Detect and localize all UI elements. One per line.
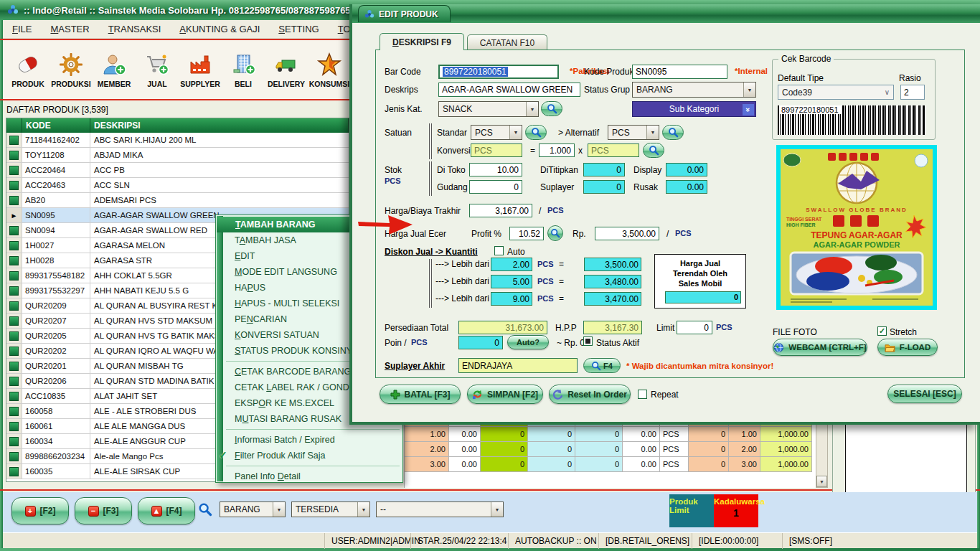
barcode-type-select[interactable]: Code39∨ xyxy=(778,85,894,100)
dropdown-arrow-icon[interactable]: ▼ xyxy=(526,102,538,116)
di-toko-input[interactable]: 10.00 xyxy=(469,163,522,176)
table-row[interactable]: ACC20464ACC PB xyxy=(6,163,349,178)
poin-field[interactable]: 0 xyxy=(458,336,503,349)
dropdown-arrow-icon[interactable]: ▼ xyxy=(357,502,369,517)
rasio-input[interactable]: 2 xyxy=(900,85,925,100)
stretch-checkbox[interactable]: ✓ xyxy=(877,326,887,336)
filter-stok-select[interactable]: TERSEDIA▼ xyxy=(291,501,370,517)
badge1-text: TINGGI SERAT xyxy=(786,217,822,222)
menubar-item-akunting-gaji[interactable]: AKUNTING & GAJI xyxy=(170,21,269,37)
search-icon xyxy=(668,127,679,138)
toolbar-beli-button[interactable]: BELI xyxy=(222,44,264,95)
filter-kategori-select[interactable]: --▼ xyxy=(376,501,504,517)
kode-produk-input[interactable]: SN0095 xyxy=(632,65,727,79)
dropdown-arrow-icon[interactable]: ▼ xyxy=(646,126,659,139)
rusak-field[interactable]: 0.00 xyxy=(666,180,707,194)
menu-separator xyxy=(226,429,400,430)
toolbar-konsumsi-button[interactable]: KONSUMSI xyxy=(308,44,350,95)
context-menu-item-informasi-batch-expired[interactable]: Informasi Batch / Expired xyxy=(216,432,402,448)
menubar-item-master[interactable]: MASTER xyxy=(41,21,98,37)
chevron-double-icon[interactable]: » xyxy=(743,104,754,116)
dropdown-arrow-icon[interactable]: ▼ xyxy=(743,83,755,97)
limit-input[interactable]: 0 xyxy=(677,321,712,334)
add-f2-button[interactable]: +[F2] xyxy=(11,497,69,524)
table-row[interactable]: 711844162402ABC SARI K.HIJAU 200 ML xyxy=(6,133,349,148)
dropdown-arrow-icon[interactable]: ▼ xyxy=(509,126,522,139)
profit-input[interactable]: 10.52 xyxy=(509,227,544,240)
harga-jual-input[interactable]: 3,500.00 xyxy=(595,227,659,240)
konversi-value-input[interactable]: 1.000 xyxy=(539,143,575,157)
toolbar-supplyer-button[interactable]: SUPPLYER xyxy=(179,44,221,95)
display-field[interactable]: 0.00 xyxy=(666,163,707,176)
dropdown-arrow-icon[interactable]: ▼ xyxy=(491,502,503,517)
toolbar-jual-button[interactable]: JUAL xyxy=(136,44,178,95)
bar-code-input[interactable]: 8997220180051 xyxy=(438,65,559,79)
menubar-item-setting[interactable]: SETTING xyxy=(269,21,328,37)
konversi-to-field[interactable]: PCS xyxy=(588,143,639,157)
jenis-kat-select[interactable]: SNACK▼ xyxy=(438,101,539,117)
status-aktif-checkbox[interactable] xyxy=(583,336,593,346)
diskon-qty-field[interactable]: 2.00 xyxy=(491,258,532,271)
unit-label: PCS xyxy=(537,277,554,286)
kadaluwarsa-indicator[interactable]: Kadaluwarsa 1 xyxy=(714,494,758,527)
menubar-item-transaksi[interactable]: TRANSAKSI xyxy=(99,21,171,37)
context-menu-item-filter-produk-aktif-saja[interactable]: ✓Filter Produk Aktif Saja xyxy=(216,448,402,463)
satuan-standar-select[interactable]: PCS▼ xyxy=(471,125,522,140)
suplayer-akhir-input[interactable]: ENDRAJAYA xyxy=(458,358,578,373)
batal-button[interactable]: BATAL [F3] xyxy=(380,385,461,404)
equals-label: = xyxy=(530,146,535,156)
f-load-button[interactable]: F-LOAD xyxy=(877,339,938,356)
standar-search-button[interactable] xyxy=(525,125,547,140)
toolbar-delivery-button[interactable]: DELIVERY xyxy=(265,44,307,95)
grid-scrollbar[interactable]: ▼ xyxy=(816,422,828,488)
table-row[interactable]: TOY11208ABJAD MIKA xyxy=(6,148,349,163)
statusbar-item: [IDLE:00:00:00] xyxy=(692,533,758,549)
auto-checkbox[interactable] xyxy=(494,246,504,255)
auto-poin-button[interactable]: Auto? xyxy=(507,335,549,349)
up-f4-button[interactable]: ▲[F4] xyxy=(138,497,195,524)
diskon-price-field[interactable]: 3,470.00 xyxy=(584,292,641,306)
header-kode[interactable]: KODE xyxy=(22,118,90,133)
satuan-alternatif-select[interactable]: PCS▼ xyxy=(608,125,659,140)
truck-icon xyxy=(273,52,299,77)
delete-f3-button[interactable]: −[F3] xyxy=(75,497,132,524)
profit-search-button[interactable] xyxy=(547,225,563,241)
harga-terendah-field[interactable]: 0 xyxy=(665,291,741,303)
tab-deskripsi[interactable]: DESKRIPSI F9 xyxy=(380,33,464,50)
toolbar-member-button[interactable]: MEMBER xyxy=(93,44,135,95)
dititipkan-field[interactable]: 0 xyxy=(583,163,625,176)
filter-grup-select[interactable]: BARANG▼ xyxy=(220,501,286,517)
toolbar-produksi-button[interactable]: PRODUKSI xyxy=(50,44,92,95)
tab-catatan[interactable]: CATATAN F10 xyxy=(467,34,547,50)
repeat-checkbox[interactable] xyxy=(638,390,647,399)
simpan-button[interactable]: SIMPAN [F2] xyxy=(467,385,543,404)
diskon-price-field[interactable]: 3,500.00 xyxy=(584,258,641,271)
diskon-price-field[interactable]: 3,480.00 xyxy=(584,275,641,288)
konversi-from-field[interactable]: PCS xyxy=(471,143,522,157)
toolbar-produk-button[interactable]: PRODUK xyxy=(7,44,49,95)
reset-in-order-button[interactable]: Reset In Order xyxy=(549,385,631,404)
dropdown-arrow-icon[interactable]: ▼ xyxy=(273,502,285,517)
menubar-item-file[interactable]: FILE xyxy=(3,21,41,37)
produk-limit-indicator[interactable]: Produk Limit xyxy=(669,494,714,527)
diskon-qty-field[interactable]: 5.00 xyxy=(491,275,532,288)
header-deskripsi[interactable]: DESKRIPSI xyxy=(90,118,349,133)
scroll-down-arrow-icon[interactable]: ▼ xyxy=(816,476,827,487)
alternatif-search-button[interactable] xyxy=(662,125,684,140)
deskrips-input[interactable]: AGAR-AGAR SWALLOW GREEN xyxy=(438,83,580,97)
webcam-button[interactable]: WEBCAM [CTRL+F] xyxy=(773,339,867,356)
sub-kategori-bar[interactable]: Sub Kategori » xyxy=(632,101,756,117)
konversi-search-button[interactable] xyxy=(643,143,664,158)
harga-biaya-input[interactable]: 3,167.00 xyxy=(469,204,532,217)
table-row[interactable]: ACC20463ACC SLN xyxy=(6,178,349,193)
context-menu-item-panel-info-detail[interactable]: Panel Info Detail xyxy=(216,468,402,484)
table-row[interactable]: AB20ADEMSARI PCS xyxy=(6,193,349,208)
diskon-qty-field[interactable]: 9.00 xyxy=(491,292,532,306)
gudang-input[interactable]: 0 xyxy=(469,180,522,194)
deskrips-label: Deskrips xyxy=(385,85,418,95)
suplayer-field[interactable]: 0 xyxy=(583,180,625,194)
jenis-kat-search-button[interactable] xyxy=(541,101,562,116)
selesai-button[interactable]: SELESAI [ESC] xyxy=(887,385,962,403)
status-grup-select[interactable]: BARANG▼ xyxy=(632,82,756,98)
suplayer-search-f4-button[interactable]: F4 xyxy=(583,358,621,373)
